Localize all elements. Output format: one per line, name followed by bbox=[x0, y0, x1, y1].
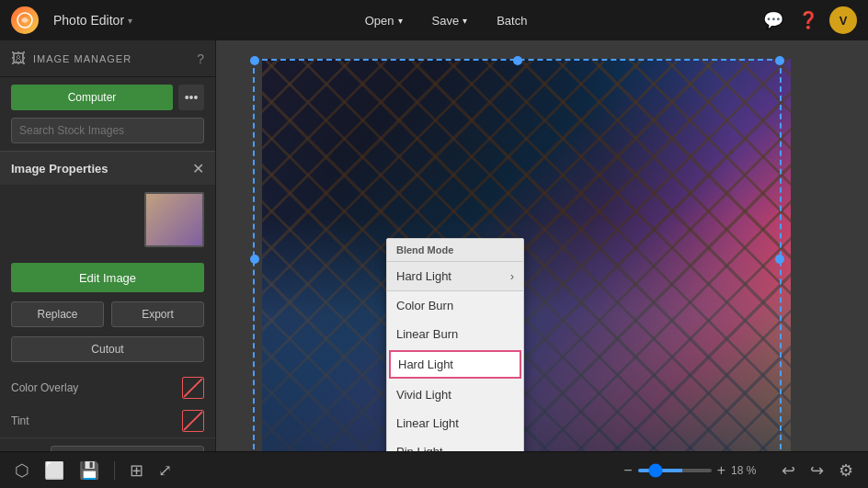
color-overlay-icon[interactable] bbox=[182, 377, 204, 399]
bottombar: ⬡ ⬜ 💾 ⊞ ⤢ − + 18 % ↩ ↪ ⚙ bbox=[0, 451, 868, 488]
zoom-slider[interactable] bbox=[638, 469, 712, 472]
sidebar-buttons: Computer ••• bbox=[0, 77, 215, 118]
handle-top-left[interactable] bbox=[250, 56, 259, 65]
blend-dropdown-header: Blend Mode bbox=[387, 239, 523, 262]
image-properties-close-button[interactable]: ✕ bbox=[192, 160, 204, 177]
zoom-percent: 18 % bbox=[731, 464, 763, 477]
app-title-text: Photo Editor bbox=[53, 13, 124, 28]
tint-row: Tint bbox=[0, 404, 215, 437]
image-manager-icon: 🖼 bbox=[11, 51, 26, 67]
blend-item-pin-light-label: Pin Light bbox=[396, 445, 443, 451]
image-properties-title: Image Properties bbox=[11, 162, 108, 176]
app-logo[interactable] bbox=[11, 6, 39, 34]
city-layer bbox=[262, 219, 791, 451]
save-chevron: ▾ bbox=[463, 16, 467, 26]
blend-item-linear-burn-label: Linear Burn bbox=[396, 327, 458, 341]
topbar-icons: 💬 ❓ V bbox=[760, 6, 857, 34]
open-button[interactable]: Open ▾ bbox=[358, 10, 410, 31]
batch-button[interactable]: Batch bbox=[489, 10, 534, 31]
zoom-slider-container: − + 18 % bbox=[623, 462, 763, 479]
color-overlay-label: Color Overlay bbox=[11, 381, 175, 394]
blend-item-pin-light[interactable]: Pin Light bbox=[387, 437, 523, 451]
blend-item-linear-burn[interactable]: Linear Burn bbox=[387, 320, 523, 348]
canvas-area[interactable]: Blend Mode Hard Light › Color Burn Linea… bbox=[216, 40, 868, 451]
image-manager-label: IMAGE MANAGER bbox=[33, 53, 189, 64]
more-button[interactable]: ••• bbox=[178, 85, 204, 110]
tint-icon[interactable] bbox=[182, 410, 204, 432]
edit-image-button[interactable]: Edit Image bbox=[11, 263, 204, 292]
image-thumbnail bbox=[144, 192, 204, 247]
image-manager-help-icon[interactable]: ? bbox=[197, 51, 204, 66]
color-overlay-row: Color Overlay bbox=[0, 371, 215, 404]
export-button[interactable]: Export bbox=[111, 301, 204, 327]
blend-item-hard-light-label: Hard Light bbox=[398, 357, 453, 371]
expand-icon[interactable]: ⤢ bbox=[154, 457, 176, 484]
main-image bbox=[262, 59, 791, 451]
save-button[interactable]: Save ▾ bbox=[425, 10, 475, 31]
blend-item-color-burn-label: Color Burn bbox=[396, 299, 453, 312]
layers-icon[interactable]: ⬡ bbox=[11, 457, 33, 484]
app-title[interactable]: Photo Editor ▾ bbox=[53, 13, 132, 28]
computer-button[interactable]: Computer bbox=[11, 85, 173, 110]
image-manager-header: 🖼 IMAGE MANAGER ? bbox=[0, 40, 215, 77]
main-layout: 🖼 IMAGE MANAGER ? Computer ••• Image Pro… bbox=[0, 40, 868, 451]
blend-item-vivid-light-label: Vivid Light bbox=[396, 388, 451, 402]
panel-bottom: 🗑 ⧉ Options › bbox=[0, 437, 215, 451]
blend-header-label: Blend Mode bbox=[396, 244, 453, 255]
settings-bottom-icon[interactable]: ⚙ bbox=[835, 457, 857, 484]
save-bottom-icon[interactable]: 💾 bbox=[75, 457, 103, 484]
blend-item-label: Hard Light bbox=[396, 269, 451, 283]
blend-item-hard-light-selected[interactable]: Hard Light bbox=[389, 350, 521, 379]
replace-button[interactable]: Replace bbox=[11, 301, 104, 327]
chat-icon[interactable]: 💬 bbox=[760, 6, 787, 34]
blend-item-linear-light-label: Linear Light bbox=[396, 416, 459, 430]
blend-mode-dropdown: Blend Mode Hard Light › Color Burn Linea… bbox=[386, 238, 524, 451]
left-sidebar: 🖼 IMAGE MANAGER ? Computer ••• Image Pro… bbox=[0, 40, 216, 451]
frames-icon[interactable]: ⬜ bbox=[40, 457, 68, 484]
blend-item-vivid-light[interactable]: Vivid Light bbox=[387, 380, 523, 409]
bottom-right-icons: ↩ ↪ ⚙ bbox=[778, 457, 857, 484]
props-actions: Replace Export bbox=[0, 301, 215, 336]
image-properties-header: Image Properties ✕ bbox=[0, 152, 215, 185]
blend-item-linear-light[interactable]: Linear Light bbox=[387, 409, 523, 437]
help-icon[interactable]: ❓ bbox=[794, 6, 822, 34]
redo-icon[interactable]: ↪ bbox=[806, 457, 828, 484]
topbar: Photo Editor ▾ Open ▾ Save ▾ Batch 💬 ❓ V bbox=[0, 0, 868, 40]
image-properties-panel: Image Properties ✕ Edit Image Replace Ex… bbox=[0, 151, 215, 451]
search-stock-input[interactable] bbox=[11, 118, 204, 143]
bottom-separator-1 bbox=[114, 461, 115, 480]
zoom-minus-icon[interactable]: − bbox=[623, 462, 632, 479]
blend-item-hard-light-current[interactable]: Hard Light › bbox=[387, 262, 523, 291]
zoom-plus-icon[interactable]: + bbox=[717, 462, 725, 479]
open-chevron: ▾ bbox=[398, 16, 403, 26]
undo-icon[interactable]: ↩ bbox=[778, 457, 799, 484]
blend-item-color-burn[interactable]: Color Burn bbox=[387, 291, 523, 320]
tint-label: Tint bbox=[11, 414, 175, 427]
options-button[interactable]: Options › bbox=[51, 446, 204, 451]
app-title-chevron: ▾ bbox=[128, 16, 132, 26]
handle-middle-left[interactable] bbox=[250, 255, 259, 264]
user-avatar[interactable]: V bbox=[829, 6, 857, 34]
cutout-button[interactable]: Cutout bbox=[11, 336, 204, 362]
fit-icon[interactable]: ⊞ bbox=[126, 457, 147, 484]
blend-checkmark: › bbox=[510, 270, 514, 283]
